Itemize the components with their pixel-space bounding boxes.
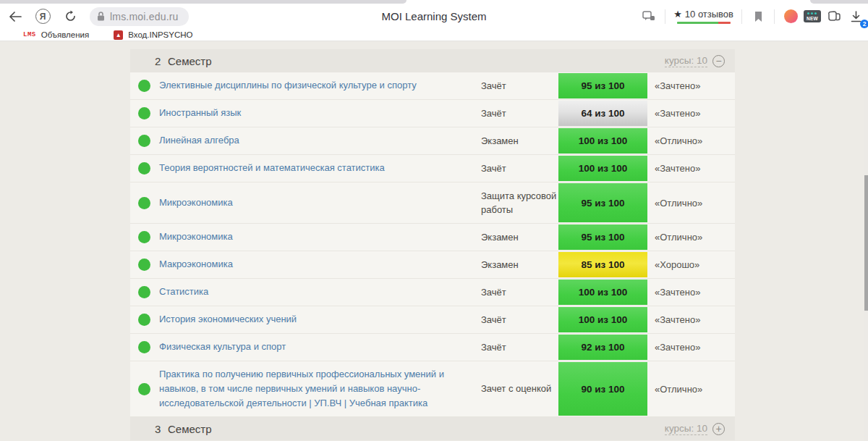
table-row: Физическая культура и спорт Зачёт 92 из … — [130, 334, 735, 361]
grade-text: «Отлично» — [647, 384, 735, 395]
course-link[interactable]: Линейная алгебра — [159, 133, 481, 148]
browser-toolbar: Я lms.moi.edu.ru MOI Learning System ★ 1… — [0, 4, 868, 29]
grade-text: «Отлично» — [647, 232, 735, 243]
semester-2-header: 2 Семестр курсы: 10 − — [130, 49, 735, 72]
assessment-type: Зачёт — [481, 72, 558, 99]
address-bar[interactable]: lms.moi.edu.ru — [90, 7, 189, 26]
score-badge: 100 из 100 — [558, 156, 647, 181]
table-row: История экономических учений Зачёт 100 и… — [130, 306, 735, 334]
course-link[interactable]: Теория вероятностей и математическая ста… — [159, 161, 481, 175]
grade-text: «Зачтено» — [647, 314, 735, 325]
course-link[interactable]: Элективные дисциплины по физической куль… — [159, 78, 481, 93]
lock-icon — [97, 12, 105, 21]
course-link[interactable]: Микроэкономика — [159, 230, 481, 244]
semester-2-collapse[interactable]: курсы: 10 − — [665, 55, 725, 67]
status-dot — [130, 80, 159, 92]
status-dot — [130, 314, 159, 326]
status-dot — [130, 383, 159, 395]
assessment-type: Зачёт — [481, 306, 558, 333]
grade-text: «Зачтено» — [647, 287, 735, 298]
courses-count-link[interactable]: курсы: 10 — [665, 423, 707, 435]
course-link[interactable]: История экономических учений — [159, 312, 481, 327]
downloads-button[interactable]: 2 — [845, 7, 867, 27]
star-icon: ★ — [673, 9, 682, 20]
status-dot — [130, 162, 159, 175]
table-row: Элективные дисциплины по физической куль… — [130, 72, 735, 100]
back-button[interactable] — [4, 7, 26, 27]
score-badge: 100 из 100 — [558, 280, 647, 305]
course-link[interactable]: Статистика — [159, 285, 481, 299]
semester-3-expand[interactable]: курсы: 10 + — [665, 423, 725, 435]
courses-count-link[interactable]: курсы: 10 — [665, 55, 707, 67]
download-count-badge: 2 — [860, 20, 868, 28]
assessment-type: Зачёт — [481, 279, 558, 306]
bookmark-item-inpsycho[interactable]: ▲ Вход.INPSYCHO — [114, 30, 192, 40]
assessment-type: Экзамен — [481, 251, 558, 278]
table-row: Статистика Зачёт 100 из 100 «Зачтено» — [130, 279, 735, 306]
course-link[interactable]: Практика по получению первичных професси… — [159, 367, 481, 411]
extension-browser-icon[interactable] — [780, 7, 801, 27]
page-background: 2 Семестр курсы: 10 − Элективные дисципл… — [0, 41, 868, 441]
status-dot — [130, 286, 159, 298]
table-row: Линейная алгебра Экзамен 100 из 100 «Отл… — [130, 127, 735, 155]
new-feature-icon[interactable]: NEW — [801, 7, 823, 27]
status-dot — [130, 197, 159, 209]
score-badge: 85 из 100 — [558, 252, 647, 277]
grade-text: «Зачтено» — [647, 342, 735, 353]
table-row: Микроэкономика Экзамен 95 из 100 «Отличн… — [130, 224, 735, 251]
score-badge: 95 из 100 — [558, 73, 647, 98]
grade-text: «Зачтено» — [647, 108, 735, 119]
score-badge: 64 из 100 — [558, 101, 647, 126]
address-text: lms.moi.edu.ru — [110, 11, 179, 22]
expand-icon[interactable]: + — [712, 423, 725, 435]
scrollbar-thumb[interactable] — [864, 175, 868, 311]
status-dot — [130, 107, 159, 119]
yandex-logo-icon: Я — [35, 9, 51, 24]
table-row: Практика по получению первичных професси… — [130, 361, 735, 417]
status-dot — [130, 259, 159, 271]
score-badge: 95 из 100 — [558, 224, 647, 250]
site-reviews-icon[interactable] — [638, 7, 660, 27]
assessment-type: Зачёт — [481, 334, 558, 361]
gradebook-table: 2 Семестр курсы: 10 − Элективные дисципл… — [130, 49, 735, 440]
download-icon — [851, 11, 861, 22]
grade-text: «Отлично» — [647, 135, 735, 146]
course-link[interactable]: Микроэкономика — [159, 196, 481, 210]
table-row: Микроэкономика Защита курсовой работы 95… — [130, 182, 735, 224]
separator — [774, 9, 775, 24]
course-link[interactable]: Иностранный язык — [159, 106, 481, 120]
inpsycho-favicon: ▲ — [114, 30, 123, 40]
bookmark-item-announcements[interactable]: LMS Объявления — [23, 30, 89, 39]
course-link[interactable]: Физическая культура и спорт — [159, 340, 481, 354]
collapse-icon[interactable]: − — [712, 55, 725, 67]
course-link[interactable]: Макроэкономика — [159, 257, 481, 272]
collections-icon[interactable] — [823, 7, 845, 27]
grade-text: «Зачтено» — [647, 163, 735, 174]
yandex-menu-button[interactable]: Я — [32, 7, 54, 27]
reviews-count: 10 отзывов — [685, 9, 733, 20]
rating-bar — [677, 22, 731, 24]
semester-3-header: 3 Семестр курсы: 10 + — [130, 417, 735, 440]
status-dot — [130, 231, 159, 243]
reviews-widget[interactable]: ★ 10 отзывов — [671, 9, 736, 24]
separator — [665, 9, 665, 24]
table-row: Иностранный язык Зачёт 64 из 100 «Зачтен… — [130, 100, 735, 127]
grade-text: «Отлично» — [647, 198, 735, 209]
assessment-type: Защита курсовой работы — [481, 182, 558, 223]
score-badge: 95 из 100 — [558, 183, 647, 222]
grade-text: «Хорошо» — [647, 259, 735, 270]
score-badge: 92 из 100 — [558, 335, 647, 360]
status-dot — [130, 135, 159, 147]
assessment-type: Зачёт — [481, 155, 558, 182]
refresh-button[interactable] — [59, 7, 81, 27]
assessment-type: Экзамен — [481, 127, 558, 154]
grade-text: «Зачтено» — [647, 80, 735, 91]
score-badge: 100 из 100 — [558, 307, 647, 332]
assessment-type: Экзамен — [481, 224, 558, 251]
bookmark-flag-icon[interactable] — [747, 7, 769, 27]
assessment-type: Зачет с оценкой — [481, 361, 558, 416]
status-dot — [130, 341, 159, 353]
table-row: Макроэкономика Экзамен 85 из 100 «Хорошо… — [130, 251, 735, 279]
score-badge: 100 из 100 — [558, 128, 647, 154]
lms-favicon: LMS — [23, 31, 36, 38]
